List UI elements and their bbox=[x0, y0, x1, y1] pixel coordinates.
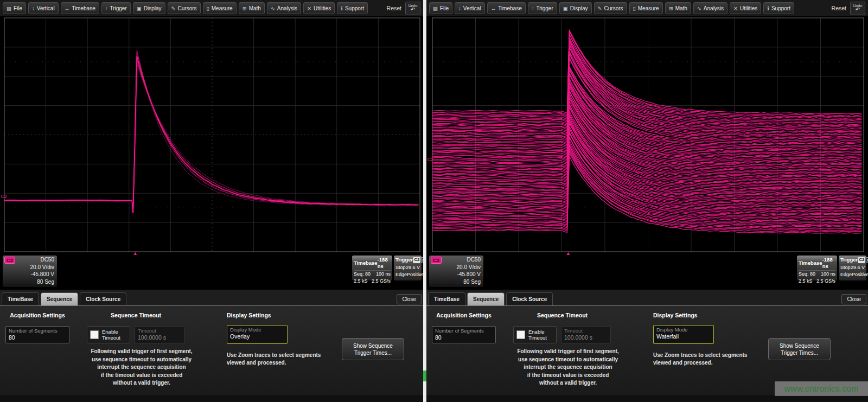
channel-descriptor[interactable]: C2 DC50 20.0 V/div -45.800 V 80 Seg bbox=[3, 256, 57, 287]
menu-item-trigger[interactable]: ↑Trigger bbox=[528, 2, 557, 14]
menu-item-measure[interactable]: ▯Measure bbox=[629, 2, 663, 14]
note-line: Use Zoom traces to select segments bbox=[227, 352, 321, 359]
timeout-field[interactable]: Timeout 100.0000 s bbox=[135, 326, 184, 343]
note-line: viewed and processed. bbox=[227, 359, 321, 367]
tab-sequence[interactable]: Sequence bbox=[467, 292, 505, 305]
display-mode-select[interactable]: Display Mode Overlay bbox=[227, 325, 288, 344]
menu-item-vertical[interactable]: ↕Vertical bbox=[28, 2, 59, 14]
timebase-samplerate: 2.5 GS/s bbox=[372, 278, 391, 285]
menu-item-label: Trigger bbox=[110, 5, 126, 11]
display-mode-select[interactable]: Display Mode Waterfall bbox=[653, 325, 714, 344]
timebase-descriptor[interactable]: Timebase -188 ns Seq: 80 100 ns 2.5 kS 2… bbox=[352, 256, 392, 280]
menu-item-measure[interactable]: ▯Measure bbox=[203, 2, 237, 14]
show-sequence-trigger-times-button[interactable]: Show Sequence Trigger Times... bbox=[342, 338, 404, 360]
number-of-segments-label: Number of Segments bbox=[435, 328, 493, 334]
menu-item-file[interactable]: ▤File bbox=[3, 2, 26, 14]
menu-item-timebase[interactable]: ↔Timebase bbox=[487, 2, 526, 14]
trigger-title: Trigger bbox=[840, 257, 858, 263]
help-line: interrupt the sequence acquisition bbox=[74, 363, 209, 372]
menu-item-utilities[interactable]: ✕Utilities bbox=[303, 2, 335, 14]
menu-item-file[interactable]: ▤File bbox=[429, 2, 452, 14]
menu-item-trigger[interactable]: ↑Trigger bbox=[101, 2, 131, 14]
menu-item-support[interactable]: ℹSupport bbox=[763, 2, 794, 14]
timebase-descriptor[interactable]: Timebase -188 ns Seq: 80 100 ns 2.5 kS 2… bbox=[797, 256, 837, 280]
menu-item-math[interactable]: ⊞Math bbox=[665, 2, 691, 14]
undo-button[interactable]: Undo ↶ bbox=[850, 2, 865, 15]
menu-item-label: Measure bbox=[638, 5, 659, 11]
trigger-descriptor[interactable]: Trigger C2 DC Stop 29.6 V Edge Positive bbox=[394, 256, 422, 280]
tab-sequence[interactable]: Sequence bbox=[41, 292, 78, 305]
tools-icon: ✕ bbox=[307, 5, 311, 11]
calculator-icon: ⊞ bbox=[242, 5, 247, 11]
menu-item-vertical[interactable]: ↕Vertical bbox=[455, 2, 485, 14]
sequence-timeout-header: Sequence Timeout bbox=[512, 312, 612, 318]
trigger-level: 29.6 V bbox=[406, 264, 420, 271]
tab-timebase[interactable]: TimeBase bbox=[428, 292, 465, 305]
file-icon: ▤ bbox=[433, 5, 438, 11]
number-of-segments-field[interactable]: Number of Segments 80 bbox=[5, 326, 69, 343]
channel-descriptor[interactable]: C2 DC50 20.0 V/div -45.800 V 80 Seg bbox=[429, 256, 483, 287]
enable-timeout-control[interactable]: Enable Timeout bbox=[513, 326, 557, 343]
close-button[interactable]: Close bbox=[397, 294, 422, 304]
horizontal-arrows-icon: ↔ bbox=[65, 5, 70, 11]
trigger-slope: Positive bbox=[852, 271, 868, 278]
timebase-offset: -188 ns bbox=[378, 257, 391, 270]
reset-button[interactable]: Reset bbox=[387, 5, 401, 11]
menu-item-display[interactable]: ▣Display bbox=[559, 2, 592, 14]
enable-timeout-control[interactable]: Enable Timeout bbox=[87, 326, 130, 343]
trigger-badges: C2 DC bbox=[413, 257, 423, 263]
help-line: use sequence timeout to automatically bbox=[74, 356, 209, 364]
help-line: Following valid trigger of first segment… bbox=[74, 348, 209, 356]
menu-item-timebase[interactable]: ↔Timebase bbox=[61, 2, 99, 14]
timeout-field[interactable]: Timeout 100.0000 s bbox=[561, 326, 611, 343]
enable-timeout-checkbox[interactable] bbox=[516, 330, 525, 339]
tab-clock-source[interactable]: Clock Source bbox=[506, 292, 553, 305]
trigger-descriptor[interactable]: Trigger C2 DC Stop 29.6 V Edge Positive bbox=[839, 256, 866, 280]
menu-item-label: Support bbox=[771, 5, 790, 11]
menu-item-cursors[interactable]: ✎Cursors bbox=[594, 2, 627, 14]
enable-timeout-checkbox[interactable] bbox=[90, 330, 99, 339]
acquisition-settings-header: Acquisition Settings bbox=[432, 312, 496, 318]
menu-item-support[interactable]: ℹSupport bbox=[337, 2, 368, 14]
cursor-pencil-icon: ✎ bbox=[598, 5, 602, 11]
menu-item-utilities[interactable]: ✕Utilities bbox=[730, 2, 761, 14]
menu-item-display[interactable]: ▣Display bbox=[133, 2, 165, 14]
menu-item-analysis[interactable]: ∿Analysis bbox=[267, 2, 301, 14]
show-sequence-trigger-times-button[interactable]: Show Sequence Trigger Times... bbox=[768, 338, 831, 360]
help-line: use sequence timeout to automatically bbox=[500, 356, 636, 364]
tab-timebase[interactable]: TimeBase bbox=[2, 292, 39, 305]
tools-icon: ✕ bbox=[733, 5, 738, 11]
close-button[interactable]: Close bbox=[841, 294, 866, 304]
number-of-segments-value: 80 bbox=[435, 334, 493, 341]
waveform-display[interactable]: C2 bbox=[0, 16, 423, 255]
menu-item-label: Measure bbox=[212, 5, 233, 11]
menu-item-math[interactable]: ⊞Math bbox=[239, 2, 265, 14]
info-icon: ℹ bbox=[767, 5, 769, 11]
tab-clock-source[interactable]: Clock Source bbox=[80, 292, 126, 305]
number-of-segments-field[interactable]: Number of Segments 80 bbox=[432, 326, 496, 343]
note-line: Use Zoom traces to select segments bbox=[653, 352, 747, 359]
display-screen-icon: ▣ bbox=[137, 5, 142, 11]
cursor-pencil-icon: ✎ bbox=[171, 5, 176, 11]
undo-button[interactable]: Undo ↶ bbox=[405, 2, 420, 15]
menu-item-label: Display bbox=[570, 5, 588, 11]
waveform-display[interactable]: C2 bbox=[426, 16, 868, 255]
channel-badge: C2 bbox=[431, 257, 442, 264]
menu-item-label: Display bbox=[144, 5, 162, 11]
menu-item-label: Vertical bbox=[37, 5, 55, 11]
trigger-type: Edge bbox=[395, 271, 407, 278]
menu-item-cursors[interactable]: ✎Cursors bbox=[168, 2, 201, 14]
menu-item-label: Timebase bbox=[72, 5, 95, 11]
menu-item-analysis[interactable]: ∿Analysis bbox=[693, 2, 727, 14]
show-button-line2: Trigger Times... bbox=[342, 349, 404, 356]
scope-panel-right: ▤File ↕Vertical ↔Timebase ↑Trigger ▣Disp… bbox=[426, 0, 868, 402]
menu-right-group: Reset Undo ↶ bbox=[832, 2, 865, 15]
timebase-title: Timebase bbox=[354, 260, 378, 266]
trigger-edge-icon: ↑ bbox=[532, 5, 534, 11]
trigger-edge-icon: ↑ bbox=[105, 5, 108, 11]
reset-button[interactable]: Reset bbox=[832, 5, 846, 11]
trigger-source-badge: C2 bbox=[858, 257, 865, 263]
help-line: Following valid trigger of first segment… bbox=[500, 348, 636, 356]
waveform-chart-icon: ∿ bbox=[697, 5, 701, 11]
vertical-arrows-icon: ↕ bbox=[32, 5, 35, 11]
